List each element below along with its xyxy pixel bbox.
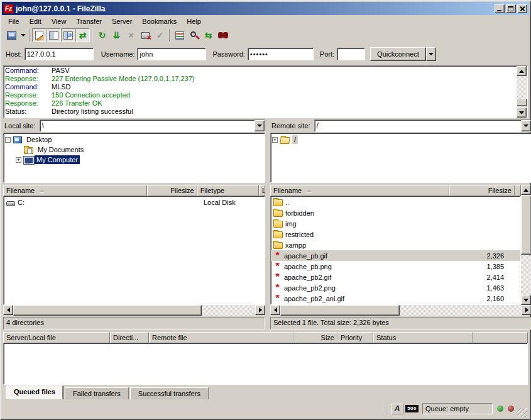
scroll-up-button[interactable] [517,66,527,76]
speed-limits-icon[interactable]: 500 [405,405,419,412]
scroll-down-button[interactable] [517,108,527,118]
find-files-button[interactable] [216,28,230,42]
cancel-operation-button[interactable]: × [124,28,138,42]
scroll-up-button[interactable] [521,185,531,195]
compare-directories-button[interactable] [187,28,201,42]
remote-list-body: .. forbidden img restricted xampp *apach… [270,196,521,305]
resize-grip[interactable] [518,408,527,417]
directory-listing-filters-button[interactable] [172,28,187,42]
reconnect-button[interactable]: ✓ [153,28,167,42]
scroll-thumb[interactable] [13,305,202,316]
table-row[interactable]: C: Local Disk [4,197,265,207]
column-header-priority[interactable]: Priority [337,332,373,343]
menu-item-help[interactable]: Help [182,16,206,26]
image-file-icon: * [273,253,282,259]
remote-site-dropdown[interactable] [521,120,531,131]
menu-item-view[interactable]: View [47,16,72,26]
refresh-button[interactable]: ↻ [95,28,109,42]
column-header-filename[interactable]: Filename [270,185,449,196]
scroll-thumb[interactable] [517,99,527,106]
column-header-filesize[interactable]: Filesize [147,185,197,196]
site-manager-button[interactable] [4,28,19,42]
minimize-button[interactable] [495,4,505,13]
toggle-local-tree-button[interactable] [47,28,61,42]
toggle-remote-tree-button[interactable] [61,28,75,42]
column-header-filename[interactable]: Filename [3,185,147,196]
scroll-thumb[interactable] [521,195,531,255]
scroll-track[interactable] [517,76,527,108]
queue-list-body[interactable] [3,343,528,385]
site-manager-dropdown[interactable] [19,28,27,42]
table-row[interactable]: *apache_pb2.png1,463 [271,282,520,293]
host-input[interactable] [25,48,94,60]
menu-item-file[interactable]: File [3,16,25,26]
table-row-selected[interactable]: *apache_pb.gif2,326 [271,250,520,261]
table-row[interactable]: .. [271,197,520,207]
column-header-filetype[interactable]: Filetype [197,185,259,196]
column-header-last-modified[interactable]: L [259,185,265,196]
tab-failed-transfers[interactable]: Failed transfers [65,387,129,399]
toggle-transfer-queue-button[interactable]: ⇄ [75,28,90,42]
port-input[interactable] [337,48,365,60]
tree-item-my-computer[interactable]: + My Computer [16,155,265,165]
quickconnect-bar: Host: Username: Password: Port: Quickcon… [2,43,529,65]
scroll-left-button[interactable] [3,305,13,315]
maximize-icon [508,6,513,11]
scroll-track[interactable] [13,305,255,316]
remote-site-combobox[interactable]: / [314,119,531,132]
local-horizontal-scrollbar[interactable] [3,305,265,316]
table-row[interactable]: restricted [271,229,520,240]
scroll-track[interactable] [521,195,531,295]
column-header-direction[interactable]: Directi... [110,332,149,343]
table-row[interactable]: xampp [271,240,520,250]
table-row[interactable]: *apache_pb.png1,385 [271,261,520,272]
column-header-status[interactable]: Status [373,332,473,343]
column-header-server-local-file[interactable]: Server/Local file [3,332,110,343]
table-row[interactable]: *apache_pb2.gif2,414 [271,272,520,282]
synchronized-browsing-button[interactable]: ⇆ [201,28,216,42]
password-input[interactable] [248,48,314,60]
scroll-right-button[interactable] [255,305,265,315]
column-header-size[interactable]: Size [293,332,337,343]
magnifier-icon [190,31,196,37]
scroll-left-button[interactable] [270,305,280,315]
table-row[interactable]: forbidden [271,207,520,218]
menu-item-bookmarks[interactable]: Bookmarks [137,16,182,26]
scroll-track[interactable] [280,305,522,316]
table-row[interactable]: img [271,218,520,229]
menu-item-transfer[interactable]: Transfer [71,16,107,26]
remote-horizontal-scrollbar[interactable] [270,305,531,316]
menu-item-edit[interactable]: Edit [25,16,47,26]
close-button[interactable] [517,4,527,13]
column-header-filesize[interactable]: Filesize [449,185,515,196]
expand-icon[interactable]: + [16,157,21,163]
tab-successful-transfers[interactable]: Successful transfers [130,387,209,399]
column-header-remote-file[interactable]: Remote file [149,332,293,343]
quickconnect-button[interactable]: Quickconnect [370,47,426,61]
scroll-thumb[interactable] [280,305,400,316]
transfer-type-indicator[interactable]: A [391,404,403,414]
collapse-icon[interactable]: - [5,137,11,143]
maximize-button[interactable] [506,4,516,13]
tree-item-root[interactable]: + / [272,135,531,145]
scroll-right-button[interactable] [522,305,531,315]
disconnect-button[interactable]: × [138,28,153,42]
tab-queued-files[interactable]: Queued files [6,385,63,399]
menu-item-server[interactable]: Server [107,16,137,26]
quickconnect-dropdown[interactable] [426,47,436,61]
remote-vertical-scrollbar[interactable] [521,185,531,305]
transfer-queue-pane: Server/Local file Directi... Remote file… [3,332,528,385]
disconnect-icon: × [141,32,150,39]
log-scrollbar[interactable] [517,66,527,118]
pane-splitter[interactable] [265,119,270,330]
expand-icon[interactable]: + [272,137,278,143]
tree-item-my-documents[interactable]: My Documents [16,145,265,155]
local-site-dropdown[interactable] [255,120,265,131]
toggle-message-log-button[interactable] [32,28,47,42]
username-input[interactable] [137,48,206,60]
scroll-down-button[interactable] [521,295,531,305]
tree-item-desktop[interactable]: - Desktop [5,135,265,145]
process-queue-button[interactable]: ⇊ [109,28,124,42]
table-row[interactable]: *apache_pb2_ani.gif2,160 [271,293,520,304]
local-site-combobox[interactable]: \ [40,119,265,132]
